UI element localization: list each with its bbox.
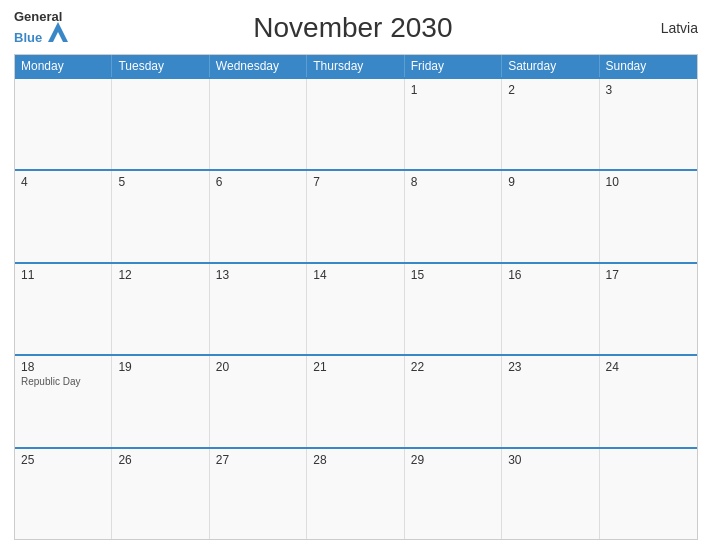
day-number: 13 [216, 268, 300, 282]
day-number: 22 [411, 360, 495, 374]
calendar-cell [112, 79, 209, 169]
calendar-cell: 6 [210, 171, 307, 261]
day-number: 3 [606, 83, 691, 97]
day-number: 18 [21, 360, 105, 374]
day-number: 28 [313, 453, 397, 467]
day-number: 23 [508, 360, 592, 374]
calendar-cell: 9 [502, 171, 599, 261]
weekday-tuesday: Tuesday [112, 55, 209, 77]
day-number: 14 [313, 268, 397, 282]
weekday-sunday: Sunday [600, 55, 697, 77]
week-row-3: 11121314151617 [15, 262, 697, 354]
day-number: 26 [118, 453, 202, 467]
week-row-4: 18Republic Day192021222324 [15, 354, 697, 446]
calendar-cell: 25 [15, 449, 112, 539]
calendar-cell: 15 [405, 264, 502, 354]
page: GeneralBlue November 2030 Latvia Monday … [0, 0, 712, 550]
day-number: 1 [411, 83, 495, 97]
day-number: 8 [411, 175, 495, 189]
weekday-monday: Monday [15, 55, 112, 77]
calendar-cell: 19 [112, 356, 209, 446]
calendar-cell: 27 [210, 449, 307, 539]
day-number: 25 [21, 453, 105, 467]
calendar-cell: 13 [210, 264, 307, 354]
calendar-cell: 28 [307, 449, 404, 539]
logo-text: GeneralBlue [14, 10, 68, 46]
event-label: Republic Day [21, 376, 105, 387]
day-number: 29 [411, 453, 495, 467]
calendar-cell: 26 [112, 449, 209, 539]
calendar-cell: 18Republic Day [15, 356, 112, 446]
day-number: 24 [606, 360, 691, 374]
day-number: 11 [21, 268, 105, 282]
calendar-cell: 11 [15, 264, 112, 354]
calendar-cell: 20 [210, 356, 307, 446]
calendar-cell: 24 [600, 356, 697, 446]
day-number: 17 [606, 268, 691, 282]
day-number: 10 [606, 175, 691, 189]
day-number: 5 [118, 175, 202, 189]
country-label: Latvia [638, 20, 698, 36]
weekday-wednesday: Wednesday [210, 55, 307, 77]
day-number: 12 [118, 268, 202, 282]
calendar-cell: 7 [307, 171, 404, 261]
day-number: 20 [216, 360, 300, 374]
calendar-body: 123456789101112131415161718Republic Day1… [15, 77, 697, 539]
header: GeneralBlue November 2030 Latvia [14, 10, 698, 46]
calendar-cell [307, 79, 404, 169]
day-number: 21 [313, 360, 397, 374]
day-number: 7 [313, 175, 397, 189]
day-number: 16 [508, 268, 592, 282]
day-number: 9 [508, 175, 592, 189]
calendar-cell: 21 [307, 356, 404, 446]
calendar-header: Monday Tuesday Wednesday Thursday Friday… [15, 55, 697, 77]
calendar-cell: 23 [502, 356, 599, 446]
calendar-cell: 10 [600, 171, 697, 261]
week-row-1: 123 [15, 77, 697, 169]
calendar-cell [210, 79, 307, 169]
calendar-cell: 16 [502, 264, 599, 354]
calendar-cell: 17 [600, 264, 697, 354]
calendar-cell: 22 [405, 356, 502, 446]
day-number: 19 [118, 360, 202, 374]
calendar-cell: 4 [15, 171, 112, 261]
day-number: 2 [508, 83, 592, 97]
weekday-friday: Friday [405, 55, 502, 77]
calendar-cell: 8 [405, 171, 502, 261]
logo-icon [48, 22, 68, 42]
calendar-cell: 3 [600, 79, 697, 169]
day-number: 4 [21, 175, 105, 189]
calendar-cell [15, 79, 112, 169]
calendar-cell: 14 [307, 264, 404, 354]
day-number: 30 [508, 453, 592, 467]
day-number: 15 [411, 268, 495, 282]
calendar-cell: 30 [502, 449, 599, 539]
weekday-saturday: Saturday [502, 55, 599, 77]
calendar-cell: 29 [405, 449, 502, 539]
calendar-cell [600, 449, 697, 539]
calendar: Monday Tuesday Wednesday Thursday Friday… [14, 54, 698, 540]
day-number: 6 [216, 175, 300, 189]
week-row-2: 45678910 [15, 169, 697, 261]
calendar-cell: 2 [502, 79, 599, 169]
month-title: November 2030 [68, 12, 638, 44]
calendar-cell: 1 [405, 79, 502, 169]
day-number: 27 [216, 453, 300, 467]
logo: GeneralBlue [14, 10, 68, 46]
calendar-cell: 12 [112, 264, 209, 354]
calendar-cell: 5 [112, 171, 209, 261]
week-row-5: 252627282930 [15, 447, 697, 539]
weekday-thursday: Thursday [307, 55, 404, 77]
